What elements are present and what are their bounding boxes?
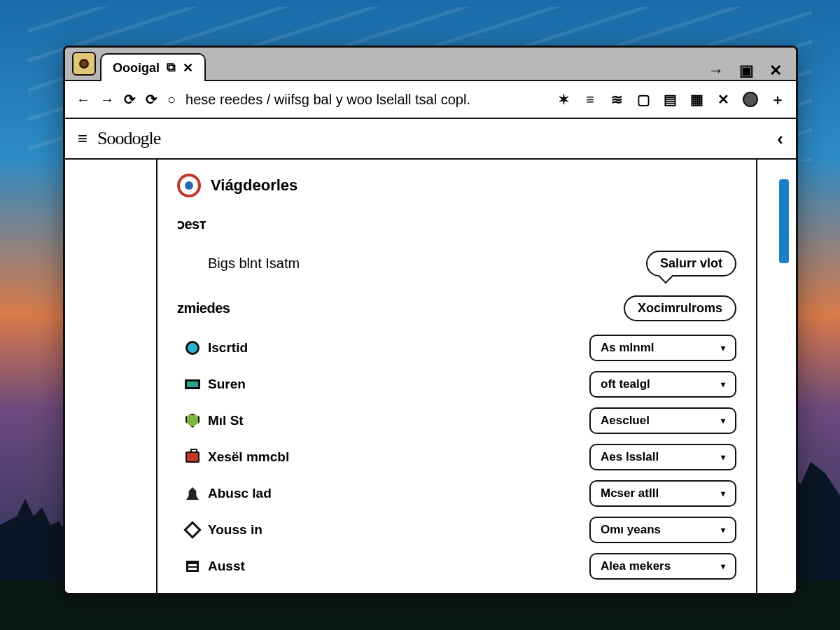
profile-badge-icon <box>177 174 201 197</box>
section-1-button[interactable]: Salurr vlot <box>646 251 736 276</box>
section-2-title: zmiedes <box>177 300 230 316</box>
nav-reload2-icon[interactable]: ⟳ <box>146 91 158 108</box>
section-2-header-button[interactable]: Xocimrulroms <box>624 295 736 321</box>
nav-forward-icon[interactable]: → <box>100 92 114 108</box>
app-header: ≡ Soodogle ‹ <box>65 119 796 160</box>
chevron-down-icon: ▾ <box>721 452 725 462</box>
window-close-icon[interactable]: ✕ <box>769 62 782 80</box>
url-security-icon: ○ <box>167 92 176 108</box>
profile-row: Viágdeorles <box>177 174 736 197</box>
setting-label-5: Youss in <box>208 522 589 538</box>
setting-label-1: Suren <box>208 377 589 392</box>
brand-logo[interactable]: Soodogle <box>97 128 160 149</box>
shield-icon <box>186 414 200 428</box>
chevron-down-icon: ▾ <box>721 561 725 571</box>
tab-restore-icon[interactable]: ⧉ <box>167 60 176 76</box>
browser-tab[interactable]: Oooigal ⧉ ✕ <box>100 53 206 81</box>
setting-dropdown-1[interactable]: oft tealgl▾ <box>589 371 736 398</box>
setting-row-1: Suren oft tealgl▾ <box>177 366 736 402</box>
new-tab-icon[interactable]: ＋ <box>771 90 785 109</box>
list-icon <box>186 561 199 572</box>
setting-dropdown-0[interactable]: As mlnml▾ <box>589 335 736 361</box>
toolbar-icon-7[interactable]: ✕ <box>716 91 730 108</box>
setting-label-0: Iscrtid <box>208 340 589 356</box>
setting-dropdown-6[interactable]: Alea mekers▾ <box>589 553 736 580</box>
window-favicon <box>72 52 96 76</box>
setting-row-6: Ausst Alea mekers▾ <box>177 548 736 584</box>
setting-row-2: Mıl St Aescluel▾ <box>177 402 736 439</box>
tabstrip: Oooigal ⧉ ✕ → ▣ ✕ <box>65 48 796 81</box>
section-1-title: ɔesт <box>177 216 736 232</box>
setting-label-4: Abusc lad <box>208 486 589 501</box>
nav-reload-icon[interactable]: ⟳ <box>124 91 136 108</box>
briefcase-icon <box>186 451 200 463</box>
setting-label-6: Ausst <box>208 559 589 574</box>
chevron-down-icon: ▾ <box>721 489 725 498</box>
chevron-down-icon: ▾ <box>721 525 725 535</box>
setting-dropdown-2[interactable]: Aescluel▾ <box>589 407 736 434</box>
url-input[interactable]: hese reedes / wiifsg bal y woo lselall t… <box>186 92 547 108</box>
toolbar-icon-1[interactable]: ✶ <box>556 91 570 108</box>
circle-icon <box>186 341 200 355</box>
section-1-label: Bigs blnt Isatm <box>208 255 300 272</box>
collapse-icon[interactable]: ‹ <box>777 128 783 150</box>
bell-icon <box>186 487 199 500</box>
setting-row-5: Youss in Omı yeans▾ <box>177 512 736 548</box>
toolbar-icon-6[interactable]: ▦ <box>690 91 704 108</box>
chevron-down-icon: ▾ <box>721 416 725 426</box>
chevron-down-icon: ▾ <box>721 379 725 389</box>
toolbar-icon-3[interactable]: ≋ <box>610 91 624 108</box>
setting-row-4: Abusc lad Mcser atlll▾ <box>177 475 736 512</box>
right-rail <box>757 160 796 593</box>
setting-row-3: Xesël mmcbl Aes lsslall▾ <box>177 439 736 475</box>
toolbar-icon-2[interactable]: ≡ <box>583 92 597 108</box>
scrollbar-thumb[interactable] <box>779 179 789 263</box>
toolbar-icon-4[interactable]: ▢ <box>636 91 650 108</box>
setting-label-2: Mıl St <box>208 413 589 428</box>
menu-icon[interactable]: ≡ <box>78 129 88 148</box>
left-rail <box>65 160 156 593</box>
setting-dropdown-4[interactable]: Mcser atlll▾ <box>589 480 736 507</box>
chevron-down-icon: ▾ <box>721 343 725 353</box>
window-forward-icon[interactable]: → <box>708 62 724 80</box>
profile-name: Viágdeorles <box>211 176 298 195</box>
rectangle-icon <box>185 379 200 389</box>
settings-main: Viágdeorles ɔesт Bigs blnt Isatm Salurr … <box>156 160 757 593</box>
profile-avatar-icon[interactable] <box>743 92 758 107</box>
nav-back-icon[interactable]: ← <box>76 92 90 108</box>
address-bar: ← → ⟳ ⟳ ○ hese reedes / wiifsg bal y woo… <box>65 81 796 119</box>
diamond-icon <box>183 521 201 538</box>
toolbar-icon-5[interactable]: ▤ <box>663 91 677 108</box>
setting-row-0: Iscrtid As mlnml▾ <box>177 330 736 366</box>
section-1-row: Bigs blnt Isatm Salurr vlot <box>177 245 736 281</box>
setting-dropdown-3[interactable]: Aes lsslall▾ <box>589 444 736 470</box>
window-restore-icon[interactable]: ▣ <box>739 62 754 80</box>
tab-title: Oooigal <box>113 61 160 76</box>
setting-dropdown-5[interactable]: Omı yeans▾ <box>589 517 736 543</box>
browser-window: Oooigal ⧉ ✕ → ▣ ✕ ← → ⟳ ⟳ ○ hese reedes … <box>63 46 798 595</box>
setting-label-3: Xesël mmcbl <box>208 449 589 465</box>
tab-close-icon[interactable]: ✕ <box>183 60 193 76</box>
